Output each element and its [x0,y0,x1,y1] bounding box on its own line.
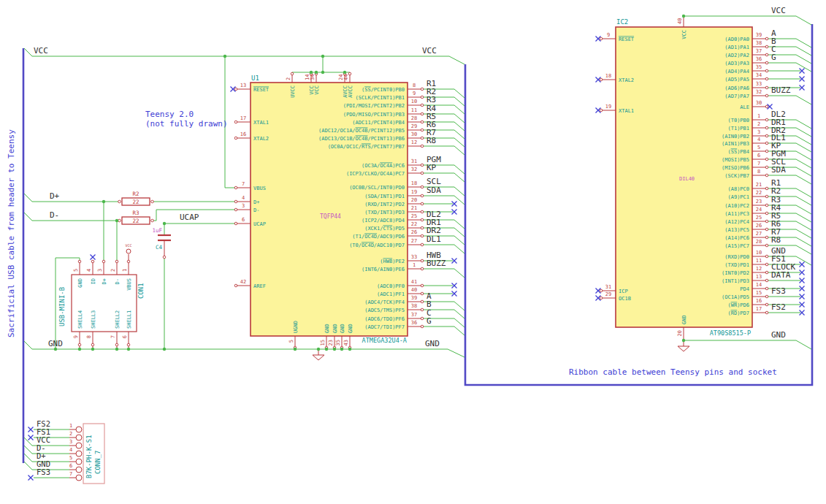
pin-number: 19 [411,189,417,195]
bus-entry [796,128,811,137]
note-ribbon-cable: Ribbon cable between Teensy pins and soc… [569,367,777,377]
pin-name: (AD1)PA1 [724,45,749,50]
pin-name: OC1B [619,296,631,302]
junction-dot [348,348,351,351]
pin-number: 7 [69,471,72,477]
pin-name: (A9)PC1 [727,194,749,200]
conn7-symbol[interactable]: B7K-PH-K-S1CONN_71234567 [69,423,104,484]
pin-end [765,263,768,266]
pin-number: 2 [69,431,72,437]
pin-number: 39 [411,295,417,301]
pin-name: SHELL1 [126,310,132,329]
u1-symbol[interactable]: U1TQFP44ATMEGA32U4-A13RESET17XTAL116XTAL… [231,72,424,349]
pin-number: 3 [69,439,72,445]
pin-name: ICP [619,289,628,294]
schematic-canvas: R1R2R3R4R5R6R7R8PGMKPSCLSDADL2DR1DR2DL1H… [0,0,826,504]
pin-name: (WR)PD6 [727,302,749,308]
pin-number: 21 [756,182,762,188]
pin-end [600,78,603,81]
pin-end [78,260,81,263]
pin-number: 13 [240,83,246,88]
pin-name: (PDI/MOSI/PCINT2)PB2 [343,103,405,109]
pin-name: UVCC [290,85,296,98]
bus-entry [796,340,811,349]
pin-name: XTAL1 [253,120,269,126]
pin-number: 24 [756,207,762,213]
pin-name: AREF [253,283,266,289]
bus-entry [796,245,811,254]
pin-number: 26 [411,229,417,235]
bus-entry [796,237,811,246]
pin-end [765,187,768,190]
c4-symbol[interactable]: 1uFC4 [152,227,171,259]
bus-entry [796,136,811,145]
pin-end [600,289,603,292]
r3-symbol[interactable]: R322 [118,210,154,224]
pin-name: (SDA/INT1)PD1 [364,194,405,199]
bus-entry [796,196,811,205]
pin-end [765,287,768,290]
net-label-dplus: D+ [50,191,60,201]
pin-number: 1 [757,113,760,119]
pin-end [421,284,424,287]
pin-number: 4 [757,137,760,142]
bus-entry [796,16,811,25]
pin-name: SHELL3 [91,310,96,329]
pin-name: (ADC0)PF0 [377,283,405,289]
pin-end [765,228,768,231]
net-label-buzz: BUZZ [427,259,446,268]
con1-pin-1: 1VBUS [122,260,132,291]
pin-name: (A14)PC6 [724,235,749,241]
pin-name: GND [681,315,687,324]
pin-end [765,105,768,108]
junction-dot [343,71,346,74]
pin-end [765,126,768,129]
pin-number: 32 [756,89,762,95]
pin-name: (SS)PB4 [727,149,749,155]
pin-name: (AD2)PA2 [724,53,749,58]
bus-entry [24,194,32,202]
con1-value: USB-MINI-B [58,287,66,327]
pin-name: (ADC12/OC1A/OC4B/PCINT12)PB5 [318,128,405,134]
pin-end [127,343,130,346]
net-label-dminus: D- [50,210,59,220]
pin-end [421,234,424,237]
pin-end [115,343,118,346]
ic2-symbol[interactable]: IC2DIL40AT90S8515-P9RESET18XTAL219XTAL13… [596,16,773,340]
bus-entry [454,97,464,106]
pin-number: 31 [411,159,417,164]
pin-name: UGND [293,321,299,333]
pin-name: XTAL2 [619,77,634,83]
pin-number: 16 [240,131,246,137]
junction-dot [91,348,94,351]
pin-number: 3 [97,269,103,272]
bus-entry [796,229,811,238]
pin-number: 4 [86,269,92,272]
pin-number: 12 [411,140,417,145]
net-label-data: DATA [771,270,791,280]
u1-ref: U1 [251,75,259,82]
pin-name: (A11)PC3 [724,211,749,217]
pin-name: (MOSI)PB5 [722,157,749,163]
pin-name: RESET [253,87,269,93]
pin-name: GND [324,324,330,333]
r2-symbol[interactable]: R222 [118,191,154,205]
pin-name: (A12)PC4 [724,219,749,225]
pin-number: 18 [411,180,417,186]
con1-symbol[interactable]: USB-MINI-BCON15GND4ID3D+2D-1VBUS9SHELL48… [58,243,145,349]
bus-entry [796,167,811,176]
bus-entry [24,341,32,349]
pin-number: 20 [677,330,683,336]
con1-pin-2: 2D- [110,260,121,284]
pin-end [765,195,768,198]
pin-name: (INT6/AIN0)PE6 [362,267,405,272]
pin-number: 32 [411,167,417,172]
pin-name: (OC1A)PD5 [722,294,749,300]
bus-entry [454,245,464,253]
pin-end [765,69,768,72]
pin-number: 30 [756,100,762,106]
bus-entry [796,151,811,160]
r2-value: 22 [132,199,139,205]
con1-pin-3: 3D+ [97,260,107,284]
pin-name: SHELL2 [115,310,121,329]
